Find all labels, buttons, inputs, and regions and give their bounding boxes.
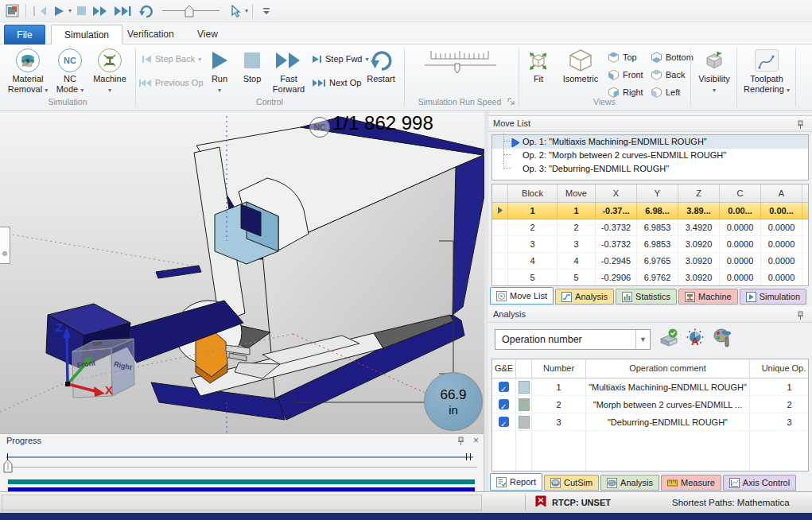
ribbon: Material Removal ▾ NC NC Mode ▾ Machine … (0, 45, 812, 111)
restart-button-ribbon[interactable]: Restart (359, 47, 402, 84)
bottom-view-button[interactable]: Bottom (651, 49, 694, 65)
table-row[interactable]: 22-0.37326.98533.49200.00000.0000 (492, 219, 808, 236)
scroll-left-icon[interactable]: ‹ (802, 184, 809, 202)
tab-simulation[interactable]: Simulation (51, 25, 122, 45)
tab-verification[interactable]: Verification (115, 25, 187, 45)
machine-icon (98, 49, 122, 72)
speed-slider[interactable] (162, 3, 220, 19)
rtcp-error-icon (535, 495, 546, 510)
chevron-down-icon[interactable]: ▼ (635, 330, 650, 349)
collapsed-panel-handle[interactable] (0, 227, 10, 264)
group-label-simulation: Simulation (0, 97, 135, 107)
table-row[interactable]: 33-0.37326.98533.09200.00000.0000 (492, 236, 808, 253)
fit-view-button[interactable]: Fit (522, 47, 555, 84)
bottom-tab-strip: Report CutSim Analysis Measure Axis Cont… (490, 473, 812, 491)
run-button[interactable]: Run ▾ (204, 47, 235, 95)
bottom-strip (0, 513, 812, 520)
pointer-dropdown[interactable]: ▾ (245, 7, 248, 14)
right-panel: Move List Op. 1: "Multiaxis Machining-EN… (488, 115, 812, 493)
op-color-swatch (519, 416, 530, 429)
quick-access-toolbar: ▾ ▾ (0, 0, 812, 22)
status-left-section (2, 495, 482, 510)
toolpath-rendering-button[interactable]: Toolpath Rendering ▾ (740, 47, 794, 95)
toolpath-icon (755, 49, 779, 72)
tab-statistics[interactable]: Statistics (616, 289, 677, 305)
tab-cutsim[interactable]: CutSim (544, 475, 599, 491)
restart-button[interactable] (137, 2, 156, 20)
tab-measure[interactable]: Measure (661, 475, 721, 491)
checkbox-checked[interactable] (499, 382, 509, 392)
analysis-tab-icon (561, 292, 572, 302)
fast-forward-button[interactable] (91, 2, 110, 20)
nc-mode-button[interactable]: NC NC Mode ▾ (52, 47, 87, 95)
customize-toolbar-button[interactable] (257, 2, 276, 20)
run-speed-dialog-launcher[interactable] (507, 98, 515, 107)
analysis-row[interactable]: 1 "Multiaxis Machining-ENDMILL ROUGH" 1 (492, 378, 808, 396)
pin-icon[interactable] (797, 310, 804, 325)
stop-button-ribbon[interactable]: Stop (237, 47, 267, 84)
top-view-button[interactable]: Top (608, 49, 637, 65)
table-row[interactable]: 11-0.37...6.98...3.89...0.00...0.00... (492, 203, 808, 219)
step-back-button[interactable]: Step Back▾ (142, 51, 201, 67)
operation-tree-item[interactable]: Op. 2: "Morph between 2 curves-ENDMILL R… (492, 149, 808, 162)
progress-slider-thumb[interactable] (3, 459, 13, 473)
toolbar-separator (252, 4, 253, 18)
next-op-button[interactable]: Next Op (312, 75, 361, 91)
tab-analysis-bottom[interactable]: Analysis (600, 475, 659, 491)
analysis-gauge-button[interactable]: A (686, 328, 706, 348)
front-cube-icon (608, 69, 620, 81)
close-icon[interactable]: × (473, 435, 479, 446)
isometric-view-button[interactable]: Isometric (557, 47, 604, 84)
ribbon-tab-row: File Simulation Verification View ? (0, 22, 812, 45)
play-button[interactable] (49, 2, 68, 20)
progress-bar-primary (8, 479, 475, 484)
tab-file[interactable]: File (4, 25, 45, 45)
nc-badge: NC (309, 117, 330, 138)
operation-tree-item[interactable]: Op. 1: "Multiaxis Machining-ENDMILL ROUG… (492, 135, 808, 149)
pin-icon[interactable] (797, 119, 804, 134)
visibility-button[interactable]: Visibility ▾ (694, 47, 735, 95)
progress-slider-track[interactable] (6, 467, 477, 468)
previous-op-button[interactable]: Previous Op (138, 75, 204, 91)
move-list-tab-icon (496, 291, 507, 301)
skip-to-end-button[interactable] (113, 2, 132, 20)
color-palette-button[interactable] (713, 328, 733, 348)
tab-machine[interactable]: Machine (678, 289, 738, 305)
skip-to-start-button[interactable] (30, 2, 49, 20)
checkbox-checked[interactable] (499, 399, 509, 409)
tab-view[interactable]: View (185, 25, 231, 45)
machine-button[interactable]: Machine ▾ (87, 47, 132, 95)
tab-axis-control[interactable]: Axis Control (723, 475, 796, 491)
analysis-mode-select[interactable]: Operation number ▼ (495, 329, 651, 350)
move-table: Block Move X Y Z C A ‹ 11-0.37...6.98...… (491, 184, 809, 286)
progress-title: Progress (6, 436, 41, 445)
back-view-button[interactable]: Back (651, 67, 685, 83)
progress-track[interactable] (6, 456, 473, 458)
checkbox-checked[interactable] (499, 417, 509, 427)
analysis-toolbar: A (659, 328, 733, 348)
color-column-header[interactable] (516, 359, 532, 378)
table-row[interactable]: 55-0.29066.97623.09200.00000.0000 (492, 270, 808, 286)
tab-analysis[interactable]: Analysis (555, 289, 614, 305)
front-view-button[interactable]: Front (608, 67, 643, 83)
analysis-row[interactable]: 2 "Morph between 2 curves-ENDMILL ... 2 (492, 396, 808, 413)
table-row[interactable]: 44-0.29456.97653.09200.00000.0000 (492, 253, 808, 270)
operation-tree-item[interactable]: Op. 3: "Deburring-ENDMILL ROUGH" (492, 162, 808, 176)
fast-forward-button-ribbon[interactable]: Fast Forward (267, 47, 310, 95)
pointer-tool-button[interactable] (226, 2, 245, 20)
row-indicator-icon (492, 203, 508, 219)
material-removal-button[interactable]: Material Removal ▾ (5, 47, 51, 95)
apply-analysis-button[interactable] (659, 328, 679, 348)
tab-move-list[interactable]: Move List (490, 287, 554, 305)
stop-button[interactable] (72, 2, 91, 20)
axis-control-tab-icon (729, 478, 740, 488)
pin-icon[interactable] (457, 437, 464, 448)
tab-report[interactable]: Report (490, 473, 542, 491)
axis-z-label: Z (56, 320, 63, 334)
app-icon[interactable] (2, 2, 21, 20)
simulation-speed-slider[interactable] (420, 49, 507, 76)
dimension-badge: 66.9 in (424, 372, 483, 431)
analysis-row[interactable]: 3 "Deburring-ENDMILL ROUGH" 3 (492, 413, 808, 431)
tab-simulation-panel[interactable]: Simulation (740, 289, 806, 305)
machine-3d-render (0, 114, 484, 433)
